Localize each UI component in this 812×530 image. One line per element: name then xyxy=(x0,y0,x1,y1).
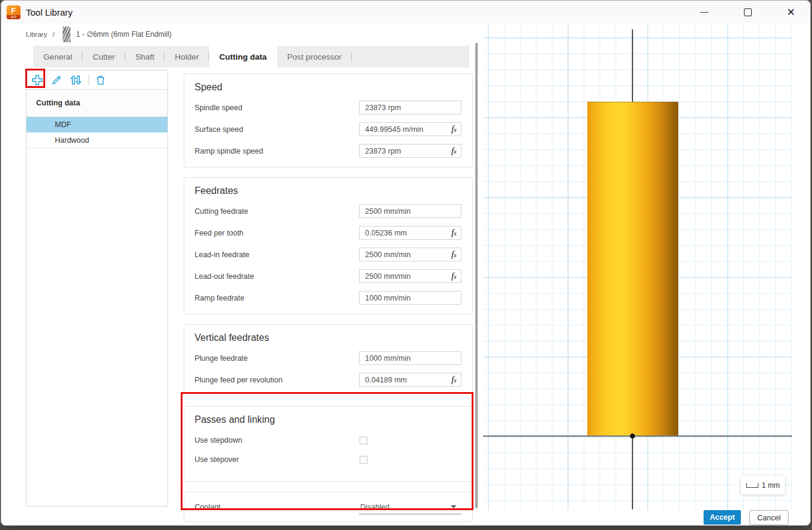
tab-shaft[interactable]: Shaft xyxy=(125,46,165,67)
form-row-ramp-spindle-speed: Ramp spindle speed23873 rpmfx xyxy=(195,144,461,158)
tool-cylinder-preview xyxy=(587,102,678,436)
form-row-plunge-feedrate: Plunge feedrate1000 mm/min xyxy=(195,351,461,365)
sort-arrows-icon xyxy=(69,73,83,87)
form-row-coolant: CoolantDisabled xyxy=(195,499,461,515)
section-card-feedrates: FeedratesCutting feedrate2500 mm/minFeed… xyxy=(184,177,473,314)
tab-general[interactable]: General xyxy=(33,46,83,67)
field-label: Plunge feed per revolution xyxy=(195,376,359,384)
cutting-data-form: SpeedSpindle speed23873 rpmSurface speed… xyxy=(184,73,473,526)
fusion-360-logo-icon: F 360 xyxy=(7,5,20,19)
section-card-passes-and-linking: Passes and linkingUse stepdownUse stepov… xyxy=(184,406,473,482)
tab-holder[interactable]: Holder xyxy=(164,46,209,67)
fx-expression-icon[interactable]: fx xyxy=(451,272,457,281)
fx-expression-icon[interactable]: fx xyxy=(451,228,457,237)
plunge-feed-per-revolution-input[interactable]: 0.04189 mmfx xyxy=(359,373,461,387)
reorder-preset-button[interactable] xyxy=(68,72,84,88)
section-title: Speed xyxy=(195,82,461,93)
field-value: 23873 rpm xyxy=(360,104,461,112)
minimize-button[interactable] xyxy=(694,1,714,23)
minimize-icon xyxy=(700,12,708,13)
selected-option: Disabled xyxy=(359,503,390,511)
use-stepover-checkbox[interactable] xyxy=(360,456,367,464)
delete-preset-button[interactable] xyxy=(93,72,108,88)
form-row-lead-in-feedrate: Lead-in feedrate2500 mm/minfx xyxy=(195,248,461,261)
cutting-data-toolbar xyxy=(27,70,167,90)
field-value: 449.99545 m/min xyxy=(360,125,451,134)
form-row-ramp-feedrate: Ramp feedrate1000 mm/min xyxy=(195,291,461,305)
trash-icon xyxy=(95,74,107,86)
form-row-feed-per-tooth: Feed per tooth0.05236 mmfx xyxy=(195,226,461,240)
lead-out-feedrate-input[interactable]: 2500 mm/minfx xyxy=(359,269,461,283)
fx-expression-icon[interactable]: fx xyxy=(451,250,457,259)
form-row-spindle-speed: Spindle speed23873 rpm xyxy=(195,101,461,114)
tool-tip-horizontal-line xyxy=(483,435,792,437)
field-value: 1000 mm/min xyxy=(360,354,461,363)
scale-bracket-icon xyxy=(746,483,758,488)
preset-list-header: Cutting data xyxy=(27,90,167,117)
coolant-dropdown[interactable]: Disabled xyxy=(359,500,461,514)
field-label: Ramp feedrate xyxy=(195,294,359,302)
form-row-lead-out-feedrate: Lead-out feedrate2500 mm/minfx xyxy=(195,269,461,283)
tool-origin-dot xyxy=(630,434,635,438)
cancel-button[interactable]: Cancel xyxy=(749,510,789,525)
fx-expression-icon[interactable]: fx xyxy=(451,146,457,155)
ramp-spindle-speed-input[interactable]: 23873 rpmfx xyxy=(359,144,461,158)
plus-icon xyxy=(31,73,44,87)
preset-item-mdf[interactable]: MDF xyxy=(27,117,167,132)
toolbar-divider xyxy=(89,75,89,86)
tab-post-processor[interactable]: Post processor xyxy=(277,46,352,67)
window-title: Tool Library xyxy=(26,7,73,17)
field-label: Lead-out feedrate xyxy=(195,272,359,281)
field-label: Cutting feedrate xyxy=(195,207,359,216)
breadcrumb-library-link[interactable]: Library xyxy=(26,31,47,38)
fx-expression-icon[interactable]: fx xyxy=(451,125,457,134)
field-label: Use stepover xyxy=(195,455,359,464)
cutting-feedrate-input[interactable]: 2500 mm/min xyxy=(359,204,461,218)
spindle-speed-input[interactable]: 23873 rpm xyxy=(359,101,461,114)
form-row-plunge-feed-per-revolution: Plunge feed per revolution0.04189 mmfx xyxy=(195,373,461,387)
feed-per-tooth-input[interactable]: 0.05236 mmfx xyxy=(359,226,461,240)
field-label: Plunge feedrate xyxy=(195,354,359,363)
lead-in-feedrate-input[interactable]: 2500 mm/minfx xyxy=(359,248,461,261)
field-label: Coolant xyxy=(195,503,359,511)
endmill-icon xyxy=(63,26,70,42)
form-scrollbar[interactable] xyxy=(475,43,478,508)
section-card-speed: SpeedSpindle speed23873 rpmSurface speed… xyxy=(184,73,473,167)
form-row-use-stepover: Use stepover xyxy=(195,455,461,464)
plunge-feedrate-input[interactable]: 1000 mm/min xyxy=(359,351,461,365)
tab-bar: GeneralCutterShaftHolderCutting dataPost… xyxy=(33,46,469,67)
field-label: Lead-in feedrate xyxy=(195,251,359,259)
field-label: Use stepdown xyxy=(195,436,359,444)
pencil-icon xyxy=(51,74,63,86)
edit-preset-button[interactable] xyxy=(49,72,64,88)
close-icon: ✕ xyxy=(787,7,795,17)
breadcrumb-separator: / xyxy=(52,31,54,38)
close-button[interactable]: ✕ xyxy=(781,1,801,23)
maximize-icon xyxy=(744,8,752,16)
field-label: Spindle speed xyxy=(195,104,359,112)
scale-indicator: 1 mm xyxy=(741,476,785,494)
tool-library-dialog: F 360 Tool Library ✕ Library / 1 - ∅6mm … xyxy=(1,0,811,526)
field-value: 1000 mm/min xyxy=(360,294,461,302)
preset-item-hardwood[interactable]: Hardwood xyxy=(27,132,167,148)
field-label: Surface speed xyxy=(195,125,359,134)
use-stepdown-checkbox[interactable] xyxy=(360,437,367,444)
surface-speed-input[interactable]: 449.99545 m/minfx xyxy=(359,122,461,136)
accept-button[interactable]: Accept xyxy=(704,510,741,525)
ramp-feedrate-input[interactable]: 1000 mm/min xyxy=(359,291,461,305)
tab-cutting-data[interactable]: Cutting data xyxy=(209,46,277,67)
section-card-coolant: CoolantDisabled xyxy=(184,491,473,522)
scale-label: 1 mm xyxy=(762,481,780,490)
field-value: 2500 mm/min xyxy=(360,207,461,216)
fx-expression-icon[interactable]: fx xyxy=(451,375,457,384)
field-label: Feed per tooth xyxy=(195,229,359,237)
field-label: Ramp spindle speed xyxy=(195,147,359,155)
title-bar: F 360 Tool Library ✕ xyxy=(1,1,810,23)
add-preset-button[interactable] xyxy=(30,72,45,88)
breadcrumb-tool-name: 1 - ∅6mm (6mm Flat Endmill) xyxy=(76,30,171,39)
tab-cutter[interactable]: Cutter xyxy=(83,46,125,67)
maximize-button[interactable] xyxy=(737,1,758,23)
breadcrumb: Library / 1 - ∅6mm (6mm Flat Endmill) xyxy=(26,26,172,42)
section-title: Passes and linking xyxy=(195,414,461,425)
cutting-data-panel: Cutting data MDFHardwood xyxy=(26,70,168,507)
